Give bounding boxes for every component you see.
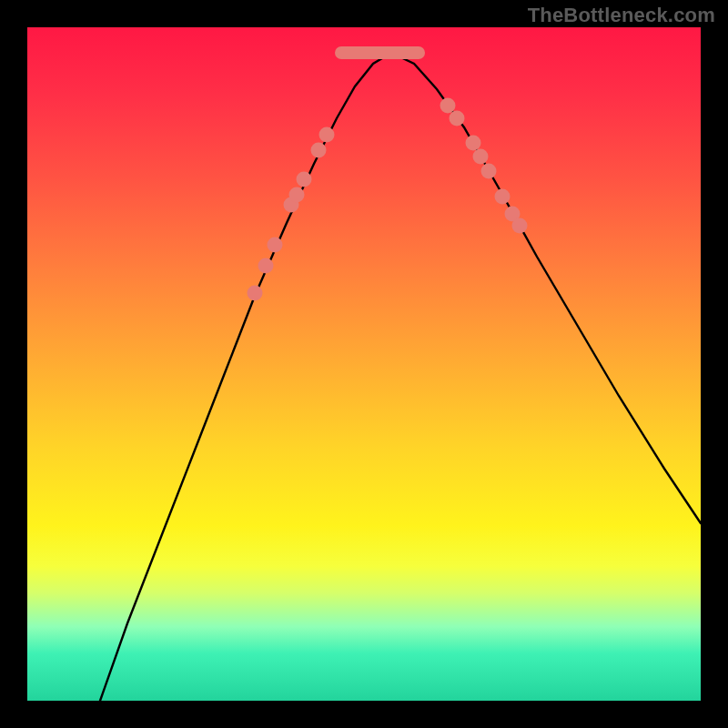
curve-marker <box>268 238 283 253</box>
curve-marker <box>258 258 274 274</box>
curve-marker <box>440 98 456 114</box>
right-marker-group <box>440 98 528 234</box>
curve-marker <box>466 136 481 151</box>
curve-marker <box>319 127 335 143</box>
curve-marker <box>512 218 528 234</box>
curve-marker <box>311 143 327 158</box>
bottleneck-curve <box>27 27 701 701</box>
watermark-text: TheBottleneck.com <box>528 4 715 27</box>
curve-marker <box>450 111 465 126</box>
curve-marker <box>481 164 497 179</box>
curve-line <box>100 53 701 701</box>
curve-marker <box>297 172 312 187</box>
curve-marker <box>473 149 489 165</box>
curve-marker <box>495 189 511 205</box>
chart-frame: TheBottleneck.com <box>0 0 728 728</box>
plot-area <box>27 27 701 701</box>
curve-marker <box>289 187 305 203</box>
curve-marker <box>248 286 263 301</box>
